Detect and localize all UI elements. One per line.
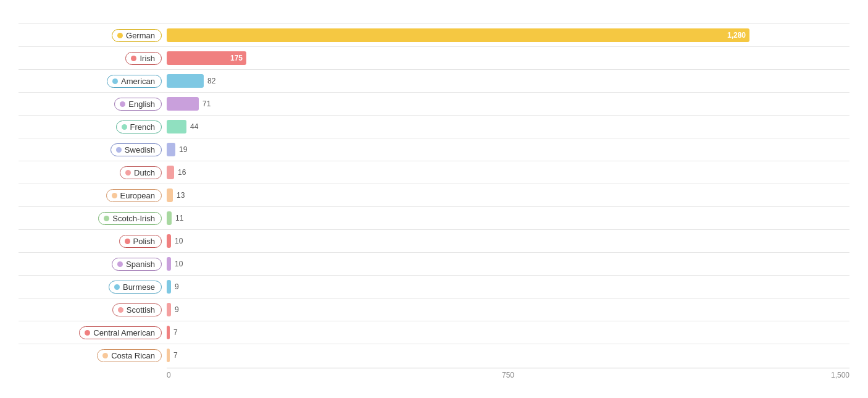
bar	[167, 326, 170, 339]
label-cell: Irish	[19, 52, 167, 65]
bar-container: 10	[167, 232, 849, 250]
bar-label: Dutch	[134, 168, 155, 177]
bar-container: 19	[167, 141, 849, 158]
bar	[167, 143, 175, 156]
bar-value: 7	[173, 351, 868, 360]
dot-icon	[122, 124, 127, 130]
bar-container: 11	[167, 210, 849, 227]
bar	[167, 211, 172, 225]
bar-label: Scotch-Irish	[112, 214, 155, 223]
bar-value: 82	[207, 77, 868, 85]
dot-icon	[114, 284, 120, 290]
label-cell: American	[19, 75, 167, 88]
dot-icon	[85, 330, 90, 336]
bar-label: English	[128, 100, 155, 109]
bar-label: Irish	[140, 54, 155, 63]
bar-container: 1,280	[167, 27, 849, 44]
bar: 175	[167, 51, 246, 65]
bar-container: 7	[167, 347, 849, 364]
table-row: Scotch-Irish 11	[19, 206, 849, 229]
bar-label: Spanish	[126, 260, 155, 269]
bar-container: 44	[167, 118, 849, 135]
table-row: German 1,280	[19, 23, 849, 46]
label-pill: Scottish	[112, 303, 162, 316]
bar-value: 1,280	[727, 31, 746, 40]
x-tick: 0	[167, 371, 171, 379]
label-pill: Burmese	[109, 281, 162, 294]
table-row: Scottish 9	[19, 298, 849, 321]
table-row: European 13	[19, 184, 849, 206]
bar-label: Swedish	[125, 145, 155, 155]
label-pill: American	[107, 75, 162, 88]
bar-container: 82	[167, 72, 849, 90]
bar-value: 175	[230, 54, 243, 62]
bar-value: 7	[173, 328, 868, 337]
bar-container: 16	[167, 164, 849, 181]
bar-label: Polish	[133, 237, 155, 246]
label-cell: French	[19, 121, 167, 133]
dot-icon	[118, 307, 123, 313]
table-row: English 71	[19, 92, 849, 115]
bar-label: Burmese	[123, 282, 155, 292]
label-pill: French	[116, 121, 162, 133]
dot-icon	[104, 216, 109, 221]
table-row: Dutch 16	[19, 161, 849, 184]
dot-icon	[120, 101, 125, 107]
dot-icon	[125, 170, 131, 176]
bar-container: 9	[167, 301, 849, 318]
table-row: French 44	[19, 115, 849, 138]
dot-icon	[125, 239, 130, 244]
bar-container: 13	[167, 187, 849, 204]
bar	[167, 97, 199, 111]
label-cell: Scottish	[19, 303, 167, 316]
bar-value: 19	[179, 145, 868, 154]
label-cell: Central American	[19, 326, 167, 339]
label-cell: Scotch-Irish	[19, 212, 167, 225]
chart-area: German 1,280 Irish 175 American	[19, 23, 849, 380]
dot-icon	[112, 193, 117, 198]
label-pill: German	[112, 29, 162, 42]
dot-icon	[131, 56, 136, 61]
bar	[167, 280, 171, 294]
bar	[167, 120, 186, 133]
label-pill: Irish	[125, 52, 162, 65]
label-cell: Costa Rican	[19, 349, 167, 362]
label-pill: Scotch-Irish	[98, 212, 162, 225]
table-row: American 82	[19, 69, 849, 92]
bar-value: 16	[178, 168, 868, 177]
x-axis: 07501,500	[167, 368, 849, 380]
bar-label: French	[130, 122, 155, 132]
bar	[167, 74, 204, 88]
bar-value: 11	[175, 214, 868, 222]
label-pill: Polish	[119, 235, 162, 248]
dot-icon	[112, 78, 118, 84]
label-pill: Spanish	[112, 258, 162, 271]
label-cell: Dutch	[19, 166, 167, 179]
bar-container: 71	[167, 95, 849, 112]
bar-container: 9	[167, 278, 849, 295]
x-tick: 1,500	[831, 371, 849, 379]
bar-value: 10	[175, 237, 868, 245]
dot-icon	[117, 33, 123, 38]
label-cell: Swedish	[19, 143, 167, 156]
table-row: Swedish 19	[19, 138, 849, 161]
dot-icon	[102, 353, 108, 358]
dot-icon	[116, 147, 122, 153]
label-cell: European	[19, 189, 167, 202]
label-cell: Burmese	[19, 281, 167, 294]
bar-label: Costa Rican	[111, 351, 155, 360]
bar-label: American	[121, 77, 155, 86]
bar-container: 175	[167, 49, 849, 67]
table-row: Spanish 10	[19, 252, 849, 275]
bar-label: Central American	[93, 328, 155, 337]
label-cell: Spanish	[19, 258, 167, 271]
bar-label: European	[120, 191, 155, 200]
dot-icon	[117, 261, 123, 267]
bar-value: 13	[177, 191, 868, 200]
label-cell: Polish	[19, 235, 167, 248]
bar	[167, 303, 171, 316]
bar-label: Scottish	[127, 305, 155, 315]
label-pill: Dutch	[120, 166, 162, 179]
label-cell: English	[19, 98, 167, 111]
bar-value: 10	[175, 260, 868, 268]
